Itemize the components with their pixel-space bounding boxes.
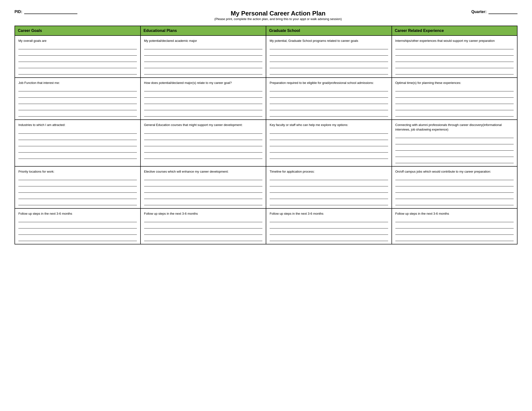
write-line [395, 224, 514, 228]
cell-label: On/off campus jobs which would contribut… [395, 169, 514, 174]
write-lines [395, 87, 514, 117]
cell-label: Optimal time(s) for planning these exper… [395, 81, 514, 85]
table-cell: Job Function that interest me: [15, 78, 141, 120]
write-line [144, 176, 263, 180]
write-line [18, 113, 137, 117]
write-lines [395, 46, 514, 75]
col-header-graduate-school: Graduate School [266, 26, 392, 36]
cell-content: Industries to which I am attracted: [18, 123, 137, 159]
write-line [270, 87, 388, 91]
write-line [18, 237, 137, 241]
write-lines [270, 130, 388, 159]
write-line [18, 183, 137, 187]
write-line [18, 94, 137, 98]
write-line [395, 64, 514, 68]
page-header: PID: My Personal Career Action Plan (Ple… [15, 10, 517, 21]
write-line [270, 100, 388, 104]
cell-content: Follow up steps in the next 3-6 months [18, 212, 137, 241]
cell-content: How does potential/declared major(s) rel… [144, 81, 263, 117]
write-line [270, 46, 388, 49]
write-line [18, 231, 137, 235]
write-line [18, 176, 137, 180]
cell-content: Internships/other experiences that would… [395, 39, 514, 75]
write-line [18, 142, 137, 146]
write-line [144, 155, 263, 159]
cell-content: Optimal time(s) for planning these exper… [395, 81, 514, 117]
write-lines [18, 130, 137, 159]
table-cell: Follow up steps in the next 3-6 months [15, 208, 141, 244]
write-line [144, 189, 263, 193]
write-line [270, 176, 388, 180]
page-title-section: My Personal Career Action Plan (Please p… [92, 10, 464, 21]
pid-input-line [24, 10, 77, 14]
write-line [270, 52, 388, 56]
table-cell: Industries to which I am attracted: [15, 120, 141, 166]
col-header-career-experience: Career Related Experience [392, 26, 517, 36]
write-line [18, 100, 137, 104]
write-line [270, 64, 388, 68]
write-line [395, 52, 514, 56]
write-lines [18, 176, 137, 205]
write-line [395, 195, 514, 199]
write-line [18, 189, 137, 193]
cell-label: Connecting with alumni professionals thr… [395, 123, 514, 131]
write-lines [270, 46, 388, 75]
write-line [144, 201, 263, 205]
table-cell: How does potential/declared major(s) rel… [141, 78, 266, 120]
write-lines [18, 46, 137, 75]
write-line [18, 136, 137, 140]
write-line [270, 237, 388, 241]
write-line [18, 201, 137, 205]
cell-content: My potential, Graduate School programs r… [270, 39, 388, 75]
write-line [144, 52, 263, 56]
table-cell: Key faculty or staff who can help me exp… [266, 120, 392, 166]
cell-content: Preparation required to be eligible for … [270, 81, 388, 117]
write-lines [395, 176, 514, 205]
write-line [395, 134, 514, 138]
table-cell: My overall goals are [15, 36, 141, 78]
write-line [144, 113, 263, 117]
write-line [270, 130, 388, 134]
write-lines [144, 130, 263, 159]
cell-content: My overall goals are [18, 39, 137, 75]
cell-content: On/off campus jobs which would contribut… [395, 169, 514, 205]
table-cell: Preparation required to be eligible for … [266, 78, 392, 120]
cell-content: Follow up steps in the next 3-6 months [144, 212, 263, 241]
write-line [18, 87, 137, 91]
write-line [270, 149, 388, 153]
write-line [395, 46, 514, 49]
cell-content: General Education courses that might sup… [144, 123, 263, 159]
write-line [270, 113, 388, 117]
write-line [18, 130, 137, 134]
cell-label: How does potential/declared major(s) rel… [144, 81, 263, 85]
cell-content: Key faculty or staff who can help me exp… [270, 123, 388, 159]
write-line [395, 218, 514, 222]
col-header-career-goals: Career Goals [15, 26, 141, 36]
table-row: Job Function that interest me:How does p… [15, 78, 517, 120]
cell-content: Follow up steps in the next 3-6 months [395, 212, 514, 241]
write-line [395, 94, 514, 98]
write-line [18, 155, 137, 159]
table-row: My overall goals areMy potential/declare… [15, 36, 517, 78]
write-line [144, 100, 263, 104]
write-line [395, 140, 514, 144]
quarter-label: Quarter: [471, 10, 486, 14]
write-line [395, 58, 514, 62]
main-title: My Personal Career Action Plan [92, 10, 464, 17]
write-line [395, 183, 514, 187]
write-line [395, 231, 514, 235]
cell-label: Priority locations for work: [18, 169, 137, 174]
write-line [18, 149, 137, 153]
cell-content: Follow up steps in the next 3-6 months [270, 212, 388, 241]
write-lines [144, 46, 263, 75]
write-line [144, 46, 263, 49]
cell-content: Timeline for application process: [270, 169, 388, 205]
write-line [270, 201, 388, 205]
write-line [395, 201, 514, 205]
write-line [270, 183, 388, 187]
cell-content: My potential/declared academic major [144, 39, 263, 75]
write-line [270, 106, 388, 110]
table-row: Industries to which I am attracted:Gener… [15, 120, 517, 166]
write-line [270, 155, 388, 159]
cell-label: Timeline for application process: [270, 169, 388, 174]
